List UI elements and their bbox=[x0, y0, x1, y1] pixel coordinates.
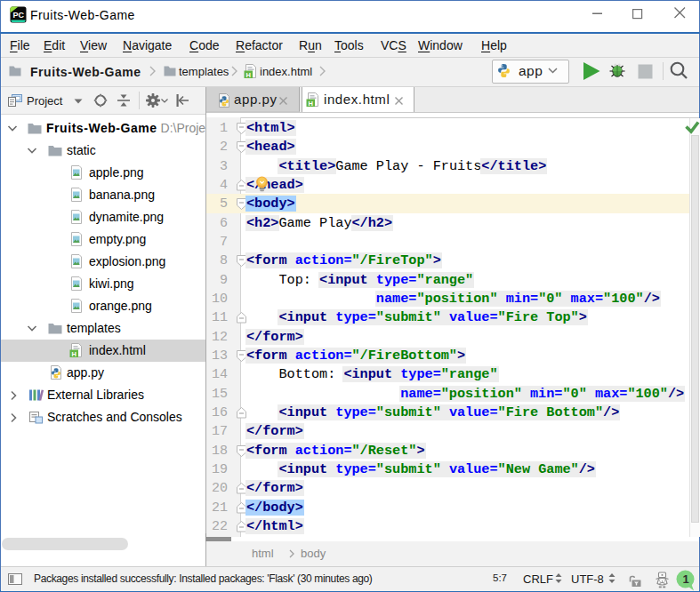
svg-text:H: H bbox=[245, 71, 250, 79]
svg-text:H: H bbox=[71, 350, 76, 358]
svg-text:1: 1 bbox=[682, 572, 688, 586]
svg-text:H: H bbox=[308, 100, 312, 108]
svg-text:PC: PC bbox=[12, 11, 24, 20]
